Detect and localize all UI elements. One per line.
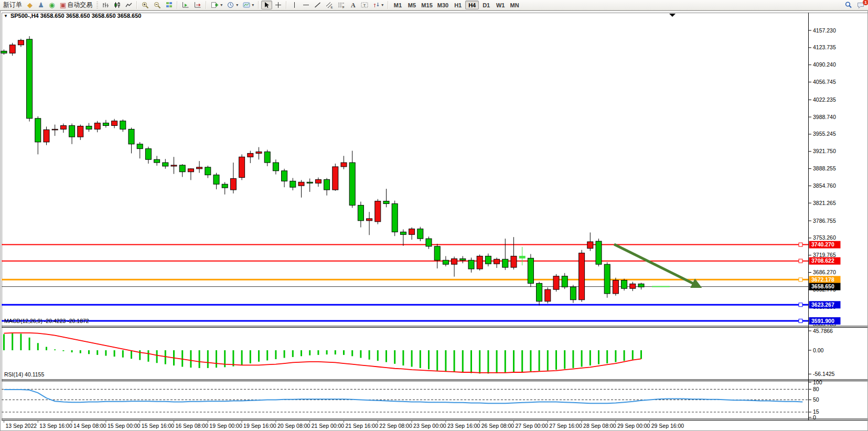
svg-text:15 Sep 00:00: 15 Sep 00:00 [108, 423, 141, 429]
indicators-icon [243, 2, 250, 8]
timeframe-m1-button[interactable]: M1 [391, 1, 404, 9]
channel-button[interactable]: E [324, 1, 335, 9]
timeframe-m15-button[interactable]: M15 [419, 1, 434, 9]
macd-label: MACD(12,26,9) -20.4223 -20.1872 [4, 318, 89, 324]
svg-text:23 Sep 00:00: 23 Sep 00:00 [413, 423, 446, 429]
timeframe-h4-button[interactable]: H4 [465, 1, 479, 9]
toolbar-grip [97, 2, 98, 9]
svg-text:4056.745: 4056.745 [813, 79, 836, 85]
timeframe-d1-button[interactable]: D1 [479, 1, 493, 9]
chart-shift-button[interactable] [192, 1, 203, 9]
timeframe-w1-button[interactable]: W1 [494, 1, 507, 9]
line-chart-button[interactable] [123, 1, 134, 9]
new-chart-button[interactable]: ▾ [209, 1, 224, 9]
bar-chart-button[interactable] [100, 1, 111, 9]
chart-title-text: SP500-,H4 3658.650 3658.650 3658.650 365… [10, 13, 142, 19]
auto-trading-button[interactable]: ▣自动交易 [58, 1, 94, 9]
svg-text:E: E [331, 6, 333, 9]
shapes-button[interactable]: ▾ [371, 1, 385, 9]
horizontal-line-icon [303, 2, 309, 8]
price-chart-canvas[interactable]: 4157.2304123.7354090.2404056.7454022.235… [0, 10, 868, 431]
svg-text:3786.755: 3786.755 [813, 218, 836, 224]
search-button[interactable] [843, 1, 854, 9]
chart-shift-icon [194, 2, 201, 8]
horizontal-line-button[interactable] [301, 1, 312, 9]
notifications-button[interactable]: 1 [855, 1, 867, 9]
svg-text:-56.1425: -56.1425 [813, 371, 835, 377]
trading-platform-window: 新订单 ◆ ♟ ◉ ▣自动交易 ▾ ▾ ▾ E F A T ▾ M1 M5 [0, 0, 868, 431]
zoom-out-button[interactable] [152, 1, 163, 9]
zoom-in-button[interactable] [140, 1, 151, 9]
toolbar-separator [177, 1, 178, 9]
timeframe-h1-button[interactable]: H1 [451, 1, 465, 9]
svg-text:16 Sep 08:00: 16 Sep 08:00 [176, 423, 209, 429]
svg-text:3686.270: 3686.270 [813, 269, 836, 275]
new-order-button[interactable]: 新订单 [1, 1, 24, 9]
cursor-button[interactable] [261, 1, 272, 9]
svg-text:19 Sep 00:00: 19 Sep 00:00 [209, 423, 242, 429]
crosshair-button[interactable] [273, 1, 284, 9]
auto-scroll-icon [182, 2, 189, 8]
candlestick-chart-icon [114, 2, 121, 8]
zoom-out-icon [154, 2, 161, 9]
svg-text:3672.178: 3672.178 [811, 276, 834, 283]
line-chart-icon [125, 2, 132, 8]
svg-text:19 Sep 16:00: 19 Sep 16:00 [243, 423, 276, 429]
auto-scroll-button[interactable] [180, 1, 191, 9]
svg-text:3988.740: 3988.740 [813, 114, 836, 120]
toolbar-separator [258, 1, 259, 9]
profile-icon: ♟ [38, 2, 44, 8]
tile-windows-button[interactable] [164, 1, 175, 9]
svg-text:22 Sep 08:00: 22 Sep 08:00 [379, 423, 412, 429]
clock-icon [227, 2, 234, 9]
svg-text:3708.622: 3708.622 [811, 257, 834, 264]
signals-icon: ◉ [49, 2, 55, 8]
svg-text:27 Sep 00:00: 27 Sep 00:00 [516, 423, 549, 429]
trendline-icon [314, 2, 321, 8]
new-order-label: 新订单 [3, 1, 22, 9]
chevron-down-icon: ▾ [236, 3, 238, 7]
toolbar-separator [136, 1, 137, 9]
auto-trading-label: 自动交易 [67, 1, 92, 9]
tile-windows-icon [166, 2, 173, 8]
svg-text:29 Sep 00:00: 29 Sep 00:00 [617, 423, 650, 429]
gold-icon: ◆ [27, 2, 33, 8]
svg-text:45.7866: 45.7866 [813, 328, 833, 334]
profile-button[interactable]: ♟ [36, 1, 46, 9]
fibonacci-icon: F [338, 2, 345, 8]
search-icon [845, 2, 852, 9]
symbol-dropdown-icon[interactable]: ▼ [4, 14, 8, 18]
trendline-button[interactable] [312, 1, 323, 9]
candlestick-chart-button[interactable] [112, 1, 123, 9]
svg-text:3921.750: 3921.750 [813, 148, 836, 154]
notification-badge: 1 [863, 0, 868, 5]
svg-text:3740.270: 3740.270 [811, 241, 834, 247]
timeframe-m30-button[interactable]: M30 [435, 1, 451, 9]
svg-text:4090.240: 4090.240 [813, 61, 836, 68]
toolbar-separator [286, 1, 287, 9]
svg-text:27 Sep 16:00: 27 Sep 16:00 [549, 423, 582, 429]
svg-text:3854.760: 3854.760 [813, 182, 836, 189]
gold-button[interactable]: ◆ [25, 1, 35, 9]
svg-text:4123.735: 4123.735 [813, 44, 836, 50]
text-label-button[interactable]: T [359, 1, 370, 9]
text-button[interactable]: A [348, 1, 358, 9]
svg-text:3955.245: 3955.245 [813, 131, 836, 137]
periods-button[interactable]: ▾ [225, 1, 240, 9]
timeframe-mn-button[interactable]: MN [508, 1, 521, 9]
svg-text:F: F [342, 6, 345, 9]
svg-text:29 Sep 16:00: 29 Sep 16:00 [651, 423, 684, 429]
svg-text:0: 0 [813, 414, 816, 421]
svg-text:28 Sep 08:00: 28 Sep 08:00 [583, 423, 616, 429]
vertical-line-button[interactable] [289, 1, 300, 9]
signals-button[interactable]: ◉ [47, 1, 57, 9]
bar-chart-icon [102, 2, 109, 8]
chevron-down-icon: ▾ [381, 3, 383, 7]
timeframe-m5-button[interactable]: M5 [405, 1, 419, 9]
fibonacci-button[interactable]: F [336, 1, 347, 9]
svg-text:4157.230: 4157.230 [813, 27, 836, 34]
svg-text:0.00: 0.00 [813, 347, 824, 353]
svg-text:21 Sep 00:00: 21 Sep 00:00 [312, 423, 345, 429]
zoom-in-icon [142, 2, 149, 9]
indicators-button[interactable]: ▾ [241, 1, 256, 9]
